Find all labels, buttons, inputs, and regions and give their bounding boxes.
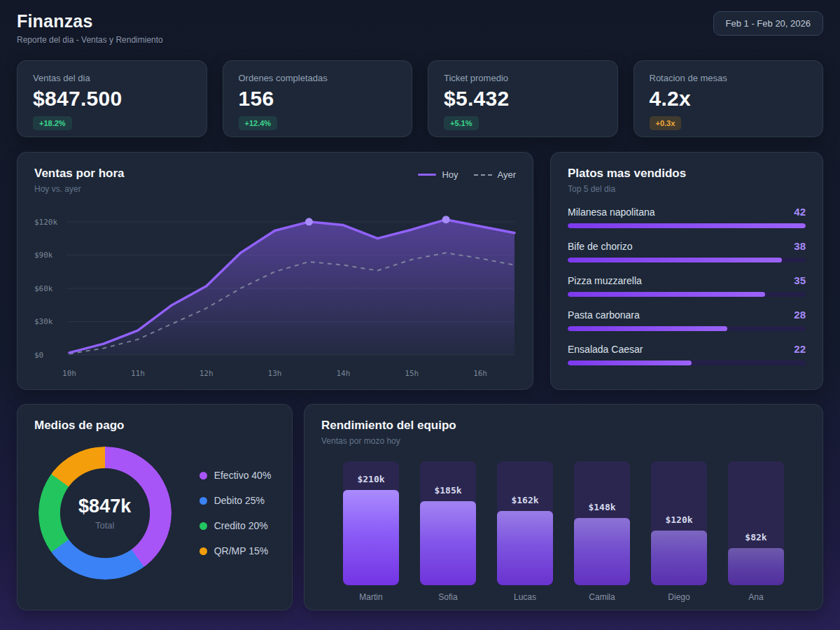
page-subtitle: Reporte del dia - Ventas y Rendimiento: [17, 35, 163, 45]
dish-name: Milanesa napolitana: [568, 206, 655, 218]
legend-item-ayer[interactable]: Ayer: [474, 169, 517, 180]
legend-dot-icon: [200, 497, 207, 505]
hoy-area-fill: [69, 220, 514, 355]
kpi-value: $5.432: [444, 87, 602, 111]
dish-row-header: Pizza muzzarella35: [568, 274, 806, 286]
dish-count: 22: [794, 343, 806, 355]
kpi-label: Ticket promedio: [444, 73, 602, 83]
x-axis-tick-label: 12h: [200, 369, 214, 378]
data-point-marker: [305, 218, 313, 225]
kpi-card: Rotacion de mesas4.2x+0.3x: [634, 60, 824, 137]
legend-label-ayer: Ayer: [498, 169, 517, 180]
team-bar-track: $185k: [420, 461, 476, 585]
team-bar-fill: [497, 511, 553, 585]
hourly-sales-title: Ventas por hora: [34, 167, 124, 181]
kpi-delta-badge: +5.1%: [444, 116, 479, 130]
team-bar-fill: [574, 518, 630, 585]
team-performance-title: Rendimiento del equipo: [321, 419, 806, 433]
top-dishes-subtitle: Top 5 del dia: [568, 184, 806, 194]
payment-legend-item: QR/MP 15%: [200, 545, 272, 556]
team-bar-fill: [343, 490, 399, 585]
kpi-label: Ordenes completadas: [239, 73, 397, 83]
team-bar-column: $162kLucas: [497, 461, 553, 602]
kpi-label: Ventas del dia: [33, 73, 191, 83]
page-title: Finanzas: [17, 11, 163, 31]
y-axis-tick-label: $0: [34, 351, 43, 360]
dish-bar-fill: [568, 258, 782, 262]
kpi-card: Ventas del dia$847.500+18.2%: [17, 60, 207, 137]
kpi-value: 4.2x: [650, 87, 808, 111]
team-member-name: Lucas: [514, 592, 536, 602]
kpi-card: Ticket promedio$5.432+5.1%: [428, 60, 618, 137]
dish-row-header: Ensalada Caesar22: [568, 343, 806, 355]
payment-methods-panel: Medios de pago $847k Total Efectivo 40%D…: [17, 404, 293, 610]
dish-name: Bife de chorizo: [568, 241, 633, 252]
hourly-sales-line-chart: $0$30k$60k$90k$120k10h11h12h13h14h15h16h: [34, 204, 517, 380]
kpi-value: $847.500: [33, 87, 191, 111]
team-member-name: Diego: [668, 592, 690, 602]
y-axis-tick-label: $90k: [34, 251, 53, 260]
data-point-marker: [442, 216, 450, 223]
team-bar-track: $210k: [343, 461, 399, 585]
legend-dot-icon: [200, 522, 207, 530]
hourly-sales-subtitle: Hoy vs. ayer: [34, 184, 124, 194]
payment-legend-item: Efectivo 40%: [200, 470, 272, 481]
team-member-name: Sofia: [438, 592, 457, 602]
payment-total-value: $847k: [78, 496, 131, 517]
dashboard-page: Finanzas Reporte del dia - Ventas y Rend…: [0, 0, 840, 610]
dish-bar-fill: [568, 326, 727, 331]
team-bar-fill: [420, 501, 476, 585]
dish-row: Pasta carbonara28: [568, 309, 806, 331]
team-bar-value: $162k: [497, 495, 553, 505]
dish-row: Ensalada Caesar22: [568, 343, 806, 365]
kpi-value: 156: [239, 87, 397, 111]
legend-item-hoy[interactable]: Hoy: [418, 169, 458, 180]
payment-legend-item: Debito 25%: [200, 495, 272, 506]
kpi-card: Ordenes completadas156+12.4%: [223, 60, 413, 137]
team-bar-column: $185kSofia: [420, 461, 476, 602]
x-axis-tick-label: 11h: [131, 369, 145, 378]
payment-legend: Efectivo 40%Debito 25%Credito 20%QR/MP 1…: [200, 470, 272, 556]
team-bar-value: $210k: [343, 474, 399, 484]
payment-legend-label: QR/MP 15%: [214, 545, 269, 556]
legend-dot-icon: [200, 472, 207, 479]
payment-donut-center: $847k Total: [38, 447, 172, 580]
kpi-delta-badge: +12.4%: [239, 116, 278, 130]
team-bar-track: $120k: [651, 461, 707, 585]
dish-row: Bife de chorizo38: [568, 240, 806, 262]
team-bar-fill: [651, 531, 707, 585]
team-bar-value: $148k: [574, 502, 630, 512]
middle-row: Ventas por hora Hoy vs. ayer Hoy Ayer $0…: [17, 152, 823, 390]
dish-bar-track: [568, 223, 806, 228]
team-bar-fill: [728, 548, 784, 585]
team-member-name: Camila: [589, 592, 615, 602]
payment-legend-label: Debito 25%: [214, 495, 265, 506]
kpi-label: Rotacion de mesas: [650, 73, 808, 83]
dish-count: 28: [794, 309, 806, 321]
top-dishes-title: Platos mas vendidos: [568, 167, 806, 181]
y-axis-tick-label: $60k: [34, 284, 53, 293]
team-bar-column: $120kDiego: [651, 461, 707, 602]
kpi-row: Ventas del dia$847.500+18.2%Ordenes comp…: [17, 60, 823, 137]
dish-bar-track: [568, 326, 806, 331]
top-dishes-panel: Platos mas vendidos Top 5 del dia Milane…: [550, 152, 823, 390]
dish-count: 38: [794, 240, 806, 252]
dish-bar-track: [568, 292, 806, 297]
kpi-delta-badge: +0.3x: [650, 116, 682, 130]
dish-name: Pasta carbonara: [568, 309, 640, 321]
date-range-picker[interactable]: Feb 1 - Feb 20, 2026: [713, 11, 823, 36]
payment-methods-title: Medios de pago: [34, 419, 275, 433]
team-bar-track: $148k: [574, 461, 630, 585]
dish-bar-track: [568, 360, 806, 365]
dashed-line-swatch-icon: [474, 174, 492, 176]
hourly-sales-header: Ventas por hora Hoy vs. ayer Hoy Ayer: [34, 167, 516, 194]
payment-legend-item: Credito 20%: [200, 520, 272, 531]
dish-row-header: Milanesa napolitana42: [568, 206, 806, 218]
dish-bar-fill: [568, 223, 806, 228]
page-header: Finanzas Reporte del dia - Ventas y Rend…: [17, 11, 823, 45]
dish-bar-fill: [568, 292, 765, 297]
bottom-row: Medios de pago $847k Total Efectivo 40%D…: [17, 404, 823, 610]
team-performance-subtitle: Ventas por mozo hoy: [321, 436, 806, 446]
team-bar-value: $82k: [728, 532, 784, 542]
dish-row-header: Pasta carbonara28: [568, 309, 806, 321]
